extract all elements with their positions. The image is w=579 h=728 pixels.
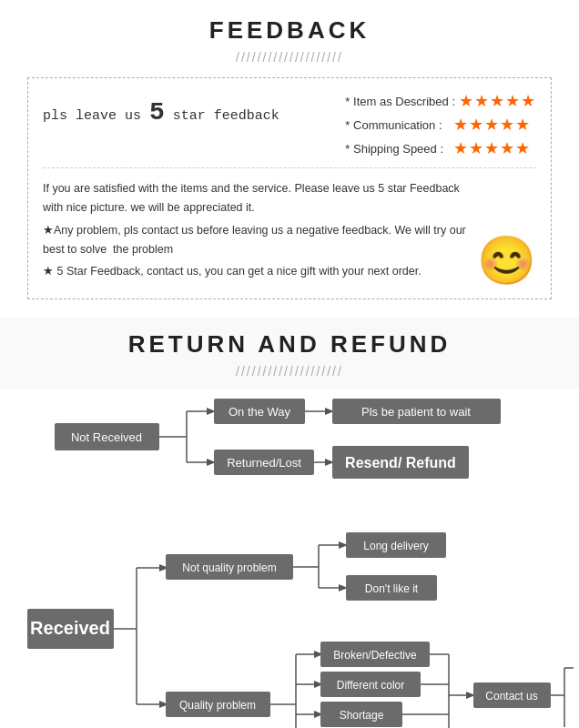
svg-text:Returned/Lost: Returned/Lost bbox=[227, 456, 301, 470]
bottom-flowchart-svg: Received Not quality problem Long delive… bbox=[27, 513, 574, 728]
feedback-row-shipping: * Shipping Speed : ★★★★★ bbox=[345, 138, 536, 158]
svg-text:Broken/Defective: Broken/Defective bbox=[333, 649, 417, 662]
feedback-right-stars: * Item as Described : ★★★★★ * Communicat… bbox=[345, 91, 536, 158]
svg-text:Contact us: Contact us bbox=[485, 690, 537, 703]
stars-communication: ★★★★★ bbox=[453, 115, 531, 135]
feedback-body-text: If you are satisfied with the items and … bbox=[43, 179, 468, 284]
return-title: RETURN AND REFUND bbox=[27, 330, 552, 359]
feedback-line-1: If you are satisfied with the items and … bbox=[43, 179, 468, 218]
feedback-line-2: ★Any problem, pls contact us before leav… bbox=[43, 221, 468, 260]
svg-text:Resend/ Refund: Resend/ Refund bbox=[345, 455, 456, 470]
feedback-line-3: ★ 5 Star Feedback, contact us, you can g… bbox=[43, 262, 468, 281]
svg-text:Don't like it: Don't like it bbox=[365, 582, 419, 595]
feedback-post-text: star feedback bbox=[165, 108, 279, 124]
feedback-title: FEEDBACK bbox=[27, 16, 552, 45]
svg-text:Different color: Different color bbox=[337, 679, 404, 692]
bottom-flowchart: Received Not quality problem Long delive… bbox=[27, 513, 552, 599]
feedback-divider: //////////////////// bbox=[27, 50, 552, 65]
svg-text:Not quality problem: Not quality problem bbox=[182, 561, 276, 574]
feedback-label-communication: * Communication : bbox=[345, 118, 450, 132]
svg-text:Received: Received bbox=[30, 618, 110, 638]
feedback-section: FEEDBACK //////////////////// pls leave … bbox=[0, 0, 579, 318]
feedback-top: pls leave us 5 star feedback * Item as D… bbox=[43, 91, 536, 168]
return-section: RETURN AND REFUND //////////////////// N… bbox=[0, 318, 579, 389]
feedback-row-item-described: * Item as Described : ★★★★★ bbox=[345, 91, 536, 111]
feedback-body-wrapper: If you are satisfied with the items and … bbox=[43, 179, 536, 284]
return-divider: //////////////////// bbox=[27, 364, 552, 379]
feedback-label-shipping: * Shipping Speed : bbox=[345, 142, 450, 156]
not-received-label: Not Received bbox=[71, 430, 142, 444]
top-flowchart: Not Received On the Way Returned/Lost bbox=[27, 391, 552, 495]
svg-text:Pls be patient to wait: Pls be patient to wait bbox=[361, 405, 471, 419]
svg-text:Shortage: Shortage bbox=[340, 709, 384, 722]
feedback-left-text: pls leave us 5 star feedback bbox=[43, 91, 327, 126]
feedback-row-communication: * Communication : ★★★★★ bbox=[345, 115, 536, 135]
svg-text:Long delivery: Long delivery bbox=[363, 540, 428, 552]
top-flowchart-svg: Not Received On the Way Returned/Lost bbox=[27, 391, 555, 491]
feedback-big-number: 5 bbox=[149, 98, 165, 126]
feedback-box: pls leave us 5 star feedback * Item as D… bbox=[27, 77, 552, 299]
feedback-pre-text: pls leave us bbox=[43, 108, 149, 124]
feedback-label-item-described: * Item as Described : bbox=[345, 95, 455, 108]
svg-text:Quality problem: Quality problem bbox=[179, 699, 256, 712]
stars-shipping: ★★★★★ bbox=[453, 138, 531, 158]
svg-text:On the Way: On the Way bbox=[229, 405, 291, 419]
feedback-emoji: 😊 bbox=[477, 237, 536, 284]
stars-item-described: ★★★★★ bbox=[459, 91, 536, 111]
